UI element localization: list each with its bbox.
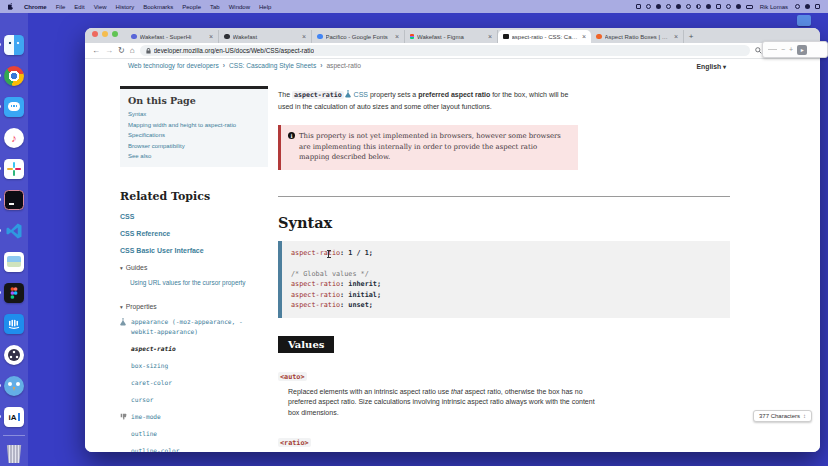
dock-vscode[interactable] (4, 221, 24, 241)
tab-wakefast-superhi[interactable]: Wakefast - SuperHi × (126, 30, 219, 43)
tab-aspect-ratio-mdn[interactable]: aspect-ratio - CSS: Cascadin × (498, 30, 591, 43)
recorder-status-icon[interactable] (676, 4, 681, 9)
volume-icon[interactable] (736, 4, 741, 9)
battery-icon[interactable] (746, 5, 753, 9)
forward-button[interactable]: → (105, 47, 113, 55)
notification-center-icon[interactable] (815, 4, 820, 9)
dock-preview[interactable] (4, 252, 24, 272)
back-button[interactable]: ← (92, 47, 100, 55)
dock-chrome[interactable] (4, 66, 24, 86)
plus-button[interactable]: + (789, 46, 793, 53)
minimize-window-button[interactable] (102, 31, 108, 37)
new-tab-button[interactable]: + (684, 32, 698, 43)
apple-logo-icon[interactable] (8, 3, 15, 11)
code-property: aspect-ratio (291, 280, 340, 288)
close-tab-icon[interactable]: × (582, 33, 586, 40)
dock-terminal[interactable] (4, 190, 24, 210)
code-line: aspect-ratio: initial; (291, 290, 721, 301)
user-menu[interactable]: Rik Lomas (760, 4, 788, 10)
clock-status-icon[interactable] (686, 4, 691, 9)
sidebar-link-cursor-url-values[interactable]: Using URL values for the cursor property (130, 279, 268, 286)
close-tab-icon[interactable]: × (674, 33, 678, 40)
dock-trash[interactable] (4, 444, 24, 464)
display-status-icon[interactable] (636, 4, 641, 9)
dock-intercom[interactable] (4, 314, 24, 334)
address-bar[interactable]: developer.mozilla.org/en-US/docs/Web/CSS… (140, 45, 751, 56)
dock-messages[interactable] (4, 97, 24, 117)
article: The aspect-ratio CSS property sets a pre… (278, 59, 730, 452)
desc-italic: that (451, 388, 463, 395)
intro-bold: preferred aspect ratio (418, 91, 490, 98)
sidebar-link-caret-color[interactable]: caret-color (131, 378, 172, 388)
dock-music[interactable]: ♪ (4, 128, 24, 148)
menu-item-chrome[interactable]: Chrome (24, 4, 47, 10)
toc-link-browser-compat[interactable]: Browser compatibility (128, 143, 260, 149)
minus-button[interactable]: − (781, 46, 785, 53)
spotlight-search-icon[interactable] (795, 4, 800, 9)
intercom-icon (4, 314, 24, 334)
sidebar-link-cursor[interactable]: cursor (131, 395, 153, 405)
trash-icon (6, 445, 23, 463)
wifi-icon[interactable] (726, 4, 731, 9)
close-tab-icon[interactable]: × (302, 33, 306, 40)
sidebar-group-guides[interactable]: ▾ Guides (120, 264, 268, 271)
menu-item-tab[interactable]: Tab (210, 4, 220, 10)
go-button[interactable]: ▸ (797, 45, 807, 55)
monitor-status-icon[interactable] (716, 4, 721, 9)
sidebar-link-appearance[interactable]: appearance (-moz-appearance, -webkit-app… (131, 317, 268, 337)
dock-twitterrific[interactable] (4, 376, 24, 396)
sidebar-link-css-reference[interactable]: CSS Reference (120, 230, 268, 237)
css-link[interactable]: CSS (354, 91, 368, 98)
music-icon: ♪ (4, 128, 24, 148)
tab-css-tricks[interactable]: Aspect Ratio Boxes | CSS-Tri × (591, 30, 684, 43)
toc-link-see-also[interactable]: See also (128, 153, 260, 159)
sync-status-icon[interactable] (706, 4, 711, 9)
code-comment: /* Global values */ (291, 269, 721, 280)
dock-quicktime[interactable] (4, 345, 24, 365)
browser-toolbar: ← → ↻ ⌂ developer.mozilla.org/en-US/docs… (85, 43, 820, 59)
menu-item-view[interactable]: View (94, 4, 107, 10)
toc-link-mapping[interactable]: Mapping width and height to aspect-ratio (128, 122, 260, 128)
menu-item-file[interactable]: File (56, 4, 66, 10)
dock-finder[interactable] (4, 35, 24, 55)
menu-item-help[interactable]: Help (259, 4, 271, 10)
sidebar-group-properties[interactable]: ▾ Properties (120, 303, 268, 310)
dock-figma[interactable] (4, 283, 24, 303)
menu-item-history[interactable]: History (116, 4, 135, 10)
auto-term-chip: <auto> (278, 372, 307, 381)
siri-icon[interactable] (805, 4, 810, 9)
menu-item-bookmarks[interactable]: Bookmarks (143, 4, 173, 10)
aspect-ratio-code-chip: aspect-ratio (292, 91, 344, 99)
home-button[interactable]: ⌂ (130, 47, 135, 55)
sidebar-link-outline[interactable]: outline (131, 429, 157, 439)
sidebar-link-css-basic-ui[interactable]: CSS Basic User Interface (120, 247, 268, 254)
deprecated-thumbs-down-icon (120, 412, 129, 422)
reload-button[interactable]: ↻ (118, 47, 125, 55)
sidebar-link-outline-color[interactable]: outline-color (131, 446, 179, 452)
dock-slack[interactable] (4, 159, 24, 179)
toc-link-specifications[interactable]: Specifications (128, 132, 260, 138)
sidebar-link-aspect-ratio-current[interactable]: aspect-ratio (131, 344, 176, 354)
tab-wakefast[interactable]: Wakefast × (219, 30, 312, 43)
zoom-window-button[interactable] (112, 31, 118, 37)
menu-item-window[interactable]: Window (229, 4, 250, 10)
sidebar-link-ime-mode[interactable]: ime-mode (131, 412, 161, 422)
close-tab-icon[interactable]: × (488, 33, 492, 40)
adblock-status-icon[interactable] (656, 4, 661, 9)
value-term-ratio: <ratio> (278, 430, 730, 448)
tab-google-fonts[interactable]: Pacifico - Google Fonts × (312, 30, 405, 43)
sidebar-link-box-sizing[interactable]: box-sizing (131, 361, 168, 371)
info-status-icon[interactable] (666, 4, 671, 9)
close-tab-icon[interactable]: × (395, 33, 399, 40)
at-status-icon[interactable] (696, 4, 701, 9)
menu-item-people[interactable]: People (182, 4, 201, 10)
shield-status-icon[interactable] (646, 4, 651, 9)
sidebar-link-css[interactable]: CSS (120, 213, 268, 220)
tab-figma[interactable]: Wakefast - Figma × (405, 30, 498, 43)
close-tab-icon[interactable]: × (209, 33, 213, 40)
dock-ia-writer[interactable]: iA (4, 407, 24, 427)
close-window-button[interactable] (92, 31, 98, 37)
character-counter-badge[interactable]: 377 Characters ↕ (753, 410, 812, 422)
menu-item-edit[interactable]: Edit (74, 4, 84, 10)
toc-link-syntax[interactable]: Syntax (128, 111, 260, 117)
